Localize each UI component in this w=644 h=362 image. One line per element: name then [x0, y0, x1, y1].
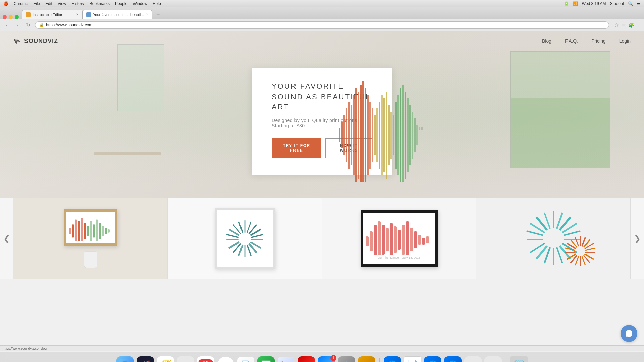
tab-close-instructable[interactable]: ✕: [76, 13, 79, 16]
nav-pricing[interactable]: Pricing: [591, 38, 606, 44]
dock-keynote[interactable]: 📐: [277, 356, 295, 362]
dock-fusion360[interactable]: F: [358, 356, 375, 362]
hero-section: SOUNDVIZ Blog F.A.Q. Pricing Login YOUR …: [0, 31, 644, 198]
svg-rect-70: [374, 225, 377, 255]
svg-rect-69: [370, 231, 373, 251]
tab-instructable-editor[interactable]: Instructable Editor ✕: [22, 10, 83, 19]
forward-button[interactable]: ›: [13, 21, 21, 29]
dock-help-3[interactable]: ?: [484, 356, 502, 362]
dock-globe-2[interactable]: 🌐: [424, 356, 441, 362]
nav-blog[interactable]: Blog: [542, 38, 551, 44]
dock-calendar[interactable]: NOV 30: [197, 356, 214, 362]
dock-safari[interactable]: 🧭: [157, 356, 174, 362]
new-tab-button[interactable]: +: [153, 10, 163, 19]
system-prefs-icon: ⚙️: [342, 361, 351, 362]
logo-waveform-icon: [13, 38, 21, 44]
dock-trash[interactable]: 🗑️: [510, 356, 528, 362]
svg-rect-22: [390, 112, 392, 159]
dock-pages[interactable]: 📄: [237, 356, 255, 362]
dock-doc[interactable]: 📄: [404, 356, 421, 362]
trash-icon: 🗑️: [513, 359, 525, 362]
dock-numbers[interactable]: 📊: [257, 356, 275, 362]
dock-system-prefs[interactable]: ⚙️: [338, 356, 355, 362]
search-icon[interactable]: 🔍: [628, 1, 633, 6]
gallery-items: Our First Dance – July 18, 2015: [13, 198, 631, 279]
address-input[interactable]: 🔒 https://www.soundviz.com: [35, 21, 609, 29]
room-window-left: [117, 44, 164, 111]
dock-help-2[interactable]: ?: [464, 356, 482, 362]
gallery-prev-button[interactable]: ❮: [0, 232, 13, 245]
svg-rect-33: [416, 125, 418, 145]
menu-help[interactable]: Help: [153, 1, 161, 6]
svg-line-119: [575, 237, 579, 246]
menu-bookmarks[interactable]: Bookmarks: [90, 1, 110, 6]
svg-line-110: [582, 256, 585, 265]
dock-globe-3[interactable]: 🌐: [444, 356, 462, 362]
dock-appstore[interactable]: A 1: [318, 356, 335, 362]
hero-waveform: [339, 75, 466, 182]
menu-window[interactable]: Window: [133, 1, 147, 6]
gallery-next-button[interactable]: ❯: [631, 232, 644, 245]
svg-rect-10: [362, 81, 364, 182]
nav-faq[interactable]: F.A.Q.: [565, 38, 578, 44]
gallery-frame-3: Our First Dance – July 18, 2015: [361, 210, 438, 267]
svg-rect-26: [400, 88, 401, 182]
svg-rect-12: [367, 95, 369, 175]
dock-globe-1[interactable]: 🌐: [384, 356, 401, 362]
extensions-icon[interactable]: 🧩: [628, 22, 634, 28]
dock-finder[interactable]: [116, 356, 134, 362]
svg-rect-76: [398, 230, 401, 250]
svg-rect-23: [393, 115, 394, 155]
chat-bubble[interactable]: [621, 325, 637, 342]
svg-rect-9: [360, 85, 362, 182]
notification-icon[interactable]: ☰: [637, 1, 641, 6]
svg-rect-72: [382, 225, 385, 255]
dock-chrome[interactable]: [217, 356, 234, 362]
profile-icon[interactable]: [622, 24, 626, 26]
gallery-caption: Our First Dance – July 18, 2015: [378, 256, 420, 259]
user-display: Student: [610, 1, 624, 6]
dock-artstudio[interactable]: △: [298, 356, 315, 362]
tab-favicon-instructable: [26, 12, 31, 17]
menu-view[interactable]: View: [58, 1, 66, 6]
keynote-icon: 📐: [281, 360, 291, 362]
close-window-button[interactable]: [3, 15, 7, 19]
svg-rect-47: [102, 226, 104, 236]
maximize-window-button[interactable]: [15, 15, 19, 19]
os-status-icons: 🔋 📶 Wed 8:19 AM Student 🔍 ☰: [564, 1, 641, 6]
gallery-frame-1: [64, 209, 117, 246]
menu-edit[interactable]: Edit: [45, 1, 52, 6]
logo: SOUNDVIZ: [13, 38, 58, 45]
gallery-circular-small: [564, 235, 597, 269]
dock-launchpad[interactable]: 🚀: [137, 356, 154, 362]
tab-bar: Instructable Editor ✕ Your favorite soun…: [0, 7, 644, 19]
gallery-waveform-1-svg: [69, 214, 112, 241]
nav-login[interactable]: Login: [619, 38, 631, 44]
menu-file[interactable]: File: [34, 1, 40, 6]
chrome-menu-icon[interactable]: ⋮: [637, 22, 641, 28]
tab-soundviz[interactable]: Your favorite sound as beauti... ✕: [83, 10, 152, 19]
gallery-circular-svg: [223, 215, 266, 262]
bookmark-star-icon[interactable]: ☆: [614, 22, 619, 28]
wifi-icon: 📶: [573, 1, 578, 6]
svg-rect-4: [348, 102, 350, 169]
menu-history[interactable]: History: [72, 1, 84, 6]
reload-button[interactable]: ↻: [24, 21, 32, 29]
apple-menu[interactable]: 🍎: [3, 1, 8, 6]
chrome-icon: [220, 359, 232, 362]
svg-rect-8: [358, 92, 359, 179]
svg-line-98: [527, 231, 543, 235]
back-button[interactable]: ‹: [3, 21, 11, 29]
svg-rect-16: [376, 108, 378, 162]
svg-rect-31: [412, 112, 413, 159]
minimize-window-button[interactable]: [9, 15, 13, 19]
tab-close-soundviz[interactable]: ✕: [146, 13, 148, 16]
dock-help-1[interactable]: ?: [177, 356, 194, 362]
nav-links: Blog F.A.Q. Pricing Login: [542, 38, 631, 44]
appstore-badge: 1: [330, 355, 336, 361]
menu-chrome[interactable]: Chrome: [14, 1, 28, 6]
try-free-button[interactable]: TRY IT FOR FREE: [272, 138, 321, 158]
menu-people[interactable]: People: [115, 1, 127, 6]
logo-text: SOUNDVIZ: [24, 38, 58, 45]
svg-rect-32: [414, 118, 416, 152]
